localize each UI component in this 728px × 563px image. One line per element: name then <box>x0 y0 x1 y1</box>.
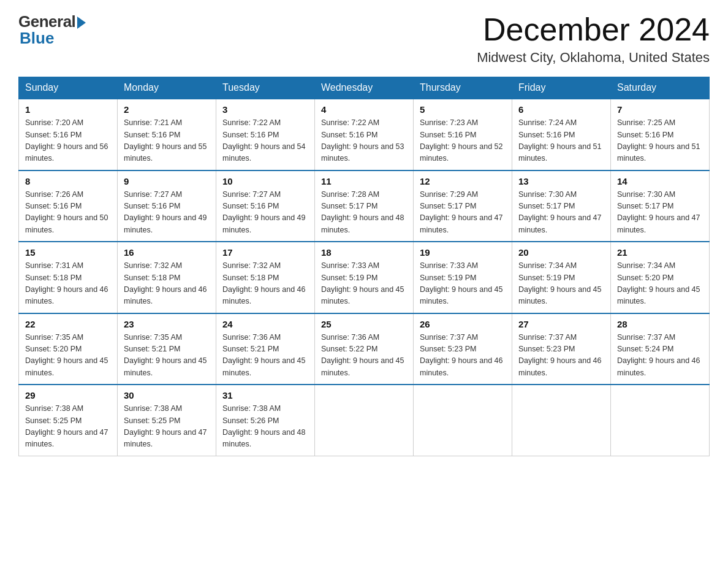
day-number: 21 <box>617 247 703 258</box>
day-info: Sunrise: 7:38 AMSunset: 5:25 PMDaylight:… <box>124 403 210 451</box>
calendar-week-row: 22Sunrise: 7:35 AMSunset: 5:20 PMDayligh… <box>19 313 710 385</box>
day-number: 30 <box>124 390 210 400</box>
logo: General Blue <box>18 12 86 48</box>
day-info: Sunrise: 7:37 AMSunset: 5:23 PMDaylight:… <box>518 332 604 380</box>
day-info: Sunrise: 7:36 AMSunset: 5:21 PMDaylight:… <box>222 332 308 380</box>
calendar-week-row: 29Sunrise: 7:38 AMSunset: 5:25 PMDayligh… <box>19 385 710 456</box>
calendar-cell: 3Sunrise: 7:22 AMSunset: 5:16 PMDaylight… <box>216 99 315 170</box>
logo-arrow-icon <box>77 17 86 29</box>
day-number: 29 <box>25 390 111 400</box>
day-info: Sunrise: 7:32 AMSunset: 5:18 PMDaylight:… <box>222 260 308 308</box>
calendar-cell: 4Sunrise: 7:22 AMSunset: 5:16 PMDaylight… <box>315 99 414 170</box>
column-header-monday: Monday <box>118 77 216 99</box>
day-number: 8 <box>25 176 111 186</box>
calendar-table: SundayMondayTuesdayWednesdayThursdayFrid… <box>18 77 710 456</box>
day-number: 20 <box>518 247 604 258</box>
day-info: Sunrise: 7:37 AMSunset: 5:24 PMDaylight:… <box>617 332 703 380</box>
day-info: Sunrise: 7:21 AMSunset: 5:16 PMDaylight:… <box>124 117 210 165</box>
calendar-cell <box>611 385 710 456</box>
calendar-cell: 29Sunrise: 7:38 AMSunset: 5:25 PMDayligh… <box>19 385 118 456</box>
calendar-cell: 11Sunrise: 7:28 AMSunset: 5:17 PMDayligh… <box>315 170 414 242</box>
location-title: Midwest City, Oklahoma, United States <box>477 50 710 66</box>
calendar-cell: 22Sunrise: 7:35 AMSunset: 5:20 PMDayligh… <box>19 313 118 385</box>
calendar-cell: 24Sunrise: 7:36 AMSunset: 5:21 PMDayligh… <box>216 313 315 385</box>
day-number: 23 <box>124 319 210 329</box>
day-info: Sunrise: 7:34 AMSunset: 5:19 PMDaylight:… <box>518 260 604 308</box>
day-info: Sunrise: 7:23 AMSunset: 5:16 PMDaylight:… <box>420 117 506 165</box>
day-info: Sunrise: 7:37 AMSunset: 5:23 PMDaylight:… <box>420 332 506 380</box>
day-info: Sunrise: 7:32 AMSunset: 5:18 PMDaylight:… <box>124 260 210 308</box>
calendar-cell: 20Sunrise: 7:34 AMSunset: 5:19 PMDayligh… <box>512 242 611 313</box>
day-info: Sunrise: 7:30 AMSunset: 5:17 PMDaylight:… <box>518 189 604 237</box>
column-header-saturday: Saturday <box>611 77 710 99</box>
day-number: 25 <box>321 319 407 329</box>
calendar-cell: 13Sunrise: 7:30 AMSunset: 5:17 PMDayligh… <box>512 170 611 242</box>
day-info: Sunrise: 7:25 AMSunset: 5:16 PMDaylight:… <box>617 117 703 165</box>
calendar-cell: 25Sunrise: 7:36 AMSunset: 5:22 PMDayligh… <box>315 313 414 385</box>
calendar-week-row: 15Sunrise: 7:31 AMSunset: 5:18 PMDayligh… <box>19 242 710 313</box>
column-header-wednesday: Wednesday <box>315 77 414 99</box>
day-number: 18 <box>321 247 407 258</box>
day-number: 27 <box>518 319 604 329</box>
calendar-cell: 14Sunrise: 7:30 AMSunset: 5:17 PMDayligh… <box>611 170 710 242</box>
day-number: 28 <box>617 319 703 329</box>
calendar-week-row: 1Sunrise: 7:20 AMSunset: 5:16 PMDaylight… <box>19 99 710 170</box>
day-info: Sunrise: 7:20 AMSunset: 5:16 PMDaylight:… <box>25 117 111 165</box>
calendar-header-row: SundayMondayTuesdayWednesdayThursdayFrid… <box>19 77 710 99</box>
calendar-cell <box>512 385 611 456</box>
day-info: Sunrise: 7:38 AMSunset: 5:25 PMDaylight:… <box>25 403 111 451</box>
day-number: 14 <box>617 176 703 186</box>
day-info: Sunrise: 7:27 AMSunset: 5:16 PMDaylight:… <box>222 189 308 237</box>
day-info: Sunrise: 7:36 AMSunset: 5:22 PMDaylight:… <box>321 332 407 380</box>
day-info: Sunrise: 7:35 AMSunset: 5:21 PMDaylight:… <box>124 332 210 380</box>
calendar-cell: 30Sunrise: 7:38 AMSunset: 5:25 PMDayligh… <box>118 385 216 456</box>
day-info: Sunrise: 7:22 AMSunset: 5:16 PMDaylight:… <box>321 117 407 165</box>
title-block: December 2024 Midwest City, Oklahoma, Un… <box>477 12 710 66</box>
day-number: 22 <box>25 319 111 329</box>
calendar-cell: 16Sunrise: 7:32 AMSunset: 5:18 PMDayligh… <box>118 242 216 313</box>
calendar-cell: 19Sunrise: 7:33 AMSunset: 5:19 PMDayligh… <box>414 242 512 313</box>
calendar-cell: 27Sunrise: 7:37 AMSunset: 5:23 PMDayligh… <box>512 313 611 385</box>
day-number: 12 <box>420 176 506 186</box>
calendar-cell: 17Sunrise: 7:32 AMSunset: 5:18 PMDayligh… <box>216 242 315 313</box>
calendar-cell <box>315 385 414 456</box>
day-number: 13 <box>518 176 604 186</box>
calendar-cell: 23Sunrise: 7:35 AMSunset: 5:21 PMDayligh… <box>118 313 216 385</box>
calendar-cell: 28Sunrise: 7:37 AMSunset: 5:24 PMDayligh… <box>611 313 710 385</box>
calendar-cell <box>414 385 512 456</box>
day-info: Sunrise: 7:30 AMSunset: 5:17 PMDaylight:… <box>617 189 703 237</box>
calendar-cell: 18Sunrise: 7:33 AMSunset: 5:19 PMDayligh… <box>315 242 414 313</box>
day-number: 15 <box>25 247 111 258</box>
page-header: General Blue December 2024 Midwest City,… <box>18 12 710 66</box>
day-number: 31 <box>222 390 308 400</box>
calendar-cell: 7Sunrise: 7:25 AMSunset: 5:16 PMDaylight… <box>611 99 710 170</box>
calendar-cell: 21Sunrise: 7:34 AMSunset: 5:20 PMDayligh… <box>611 242 710 313</box>
day-info: Sunrise: 7:38 AMSunset: 5:26 PMDaylight:… <box>222 403 308 451</box>
day-info: Sunrise: 7:33 AMSunset: 5:19 PMDaylight:… <box>321 260 407 308</box>
calendar-cell: 15Sunrise: 7:31 AMSunset: 5:18 PMDayligh… <box>19 242 118 313</box>
day-number: 7 <box>617 104 703 115</box>
day-number: 1 <box>25 104 111 115</box>
day-number: 2 <box>124 104 210 115</box>
day-info: Sunrise: 7:28 AMSunset: 5:17 PMDaylight:… <box>321 189 407 237</box>
day-number: 11 <box>321 176 407 186</box>
day-number: 10 <box>222 176 308 186</box>
day-info: Sunrise: 7:24 AMSunset: 5:16 PMDaylight:… <box>518 117 604 165</box>
day-info: Sunrise: 7:31 AMSunset: 5:18 PMDaylight:… <box>25 260 111 308</box>
column-header-thursday: Thursday <box>414 77 512 99</box>
day-number: 3 <box>222 104 308 115</box>
calendar-cell: 26Sunrise: 7:37 AMSunset: 5:23 PMDayligh… <box>414 313 512 385</box>
day-info: Sunrise: 7:33 AMSunset: 5:19 PMDaylight:… <box>420 260 506 308</box>
day-number: 5 <box>420 104 506 115</box>
calendar-week-row: 8Sunrise: 7:26 AMSunset: 5:16 PMDaylight… <box>19 170 710 242</box>
logo-blue-text: Blue <box>20 29 54 48</box>
day-info: Sunrise: 7:34 AMSunset: 5:20 PMDaylight:… <box>617 260 703 308</box>
calendar-cell: 1Sunrise: 7:20 AMSunset: 5:16 PMDaylight… <box>19 99 118 170</box>
day-number: 24 <box>222 319 308 329</box>
calendar-cell: 6Sunrise: 7:24 AMSunset: 5:16 PMDaylight… <box>512 99 611 170</box>
day-number: 9 <box>124 176 210 186</box>
calendar-cell: 8Sunrise: 7:26 AMSunset: 5:16 PMDaylight… <box>19 170 118 242</box>
column-header-friday: Friday <box>512 77 611 99</box>
day-info: Sunrise: 7:27 AMSunset: 5:16 PMDaylight:… <box>124 189 210 237</box>
calendar-cell: 2Sunrise: 7:21 AMSunset: 5:16 PMDaylight… <box>118 99 216 170</box>
